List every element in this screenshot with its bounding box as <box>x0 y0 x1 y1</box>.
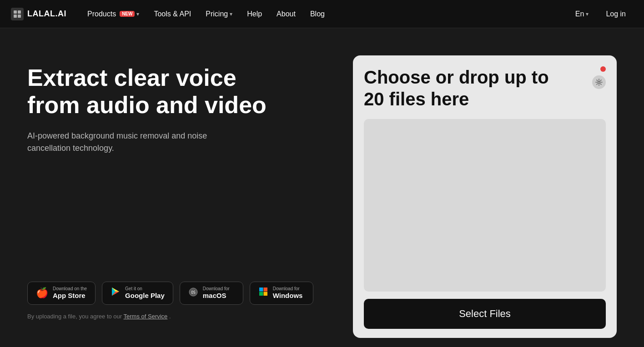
dropzone-title: Choose or drop up to 20 files here <box>364 66 564 110</box>
navbar-right: En ▾ Log in <box>571 6 633 22</box>
nav-label-blog: Blog <box>310 10 325 18</box>
svg-point-14 <box>598 81 600 84</box>
svg-text:OS: OS <box>191 291 196 295</box>
windows-label: Download for <box>273 287 303 291</box>
macos-button[interactable]: OS Download for macOS <box>180 282 243 305</box>
chevron-down-icon: ▾ <box>136 11 139 17</box>
nav-label-pricing: Pricing <box>206 10 228 18</box>
svg-rect-3 <box>18 15 21 18</box>
google-play-icon <box>111 287 121 299</box>
nav-item-help[interactable]: Help <box>241 6 268 22</box>
settings-icon[interactable] <box>592 75 606 89</box>
tos-suffix: . <box>169 313 171 320</box>
windows-button[interactable]: Download for Windows <box>250 282 313 305</box>
nav-badge-new: NEW <box>120 11 135 17</box>
dropzone-controls <box>592 66 606 89</box>
svg-rect-11 <box>263 288 267 292</box>
nav-item-products[interactable]: Products NEW ▾ <box>81 6 146 22</box>
lang-label: En <box>575 10 584 18</box>
macos-icon: OS <box>188 287 198 299</box>
nav-item-pricing[interactable]: Pricing ▾ <box>199 6 239 22</box>
svg-rect-10 <box>259 288 263 292</box>
nav-label-about: About <box>277 10 296 18</box>
windows-icon <box>258 287 268 299</box>
macos-label: Download for <box>203 287 230 291</box>
svg-rect-1 <box>18 10 21 14</box>
macos-name: macOS <box>203 291 230 300</box>
nav-label-tools: Tools & API <box>154 10 191 18</box>
file-drop-area[interactable] <box>364 119 606 292</box>
app-store-label: Download on the <box>53 287 87 291</box>
main-nav: Products NEW ▾ Tools & API Pricing ▾ Hel… <box>81 6 571 22</box>
login-button[interactable]: Log in <box>599 6 633 22</box>
svg-rect-2 <box>14 15 17 18</box>
dropzone-header: Choose or drop up to 20 files here <box>364 66 606 110</box>
svg-rect-0 <box>14 10 17 14</box>
apple-icon: 🍎 <box>36 287 48 299</box>
chevron-down-icon-pricing: ▾ <box>230 11 232 17</box>
nav-label-help: Help <box>247 10 262 18</box>
nav-item-blog[interactable]: Blog <box>304 6 331 22</box>
app-store-name: App Store <box>53 291 87 300</box>
dropzone-card[interactable]: Choose or drop up to 20 files here Selec… <box>353 55 617 338</box>
red-dot-indicator <box>600 66 606 72</box>
svg-rect-12 <box>259 292 263 296</box>
select-files-button[interactable]: Select Files <box>364 299 606 329</box>
hero-subtitle: AI-powered background music removal and … <box>27 130 246 154</box>
windows-name: Windows <box>273 291 303 300</box>
logo-icon <box>11 8 24 20</box>
google-play-button[interactable]: Get it on Google Play <box>102 282 173 305</box>
logo[interactable]: LALAL.AI <box>11 8 66 20</box>
svg-rect-13 <box>263 292 267 296</box>
nav-item-about[interactable]: About <box>270 6 302 22</box>
dropzone-panel: Choose or drop up to 20 files here Selec… <box>353 55 617 338</box>
language-selector[interactable]: En ▾ <box>571 7 594 21</box>
google-play-label: Get it on <box>125 287 165 291</box>
nav-item-tools[interactable]: Tools & API <box>147 6 197 22</box>
hero-section: Extract clear voice from audio and video… <box>27 55 326 320</box>
chevron-down-icon-lang: ▾ <box>586 11 589 17</box>
download-buttons: 🍎 Download on the App Store G <box>27 282 326 305</box>
app-store-button[interactable]: 🍎 Download on the App Store <box>27 282 96 305</box>
hero-title: Extract clear voice from audio and video <box>27 64 291 119</box>
tos-line: By uploading a file, you agree to our Te… <box>27 313 326 320</box>
main-content: Extract clear voice from audio and video… <box>0 28 644 347</box>
tos-link[interactable]: Terms of Service <box>124 313 168 320</box>
nav-label-products: Products <box>87 10 116 18</box>
google-play-name: Google Play <box>125 291 165 300</box>
navbar: LALAL.AI Products NEW ▾ Tools & API Pric… <box>0 0 644 28</box>
tos-text: By uploading a file, you agree to our <box>27 313 122 320</box>
logo-text: LALAL.AI <box>27 9 66 19</box>
